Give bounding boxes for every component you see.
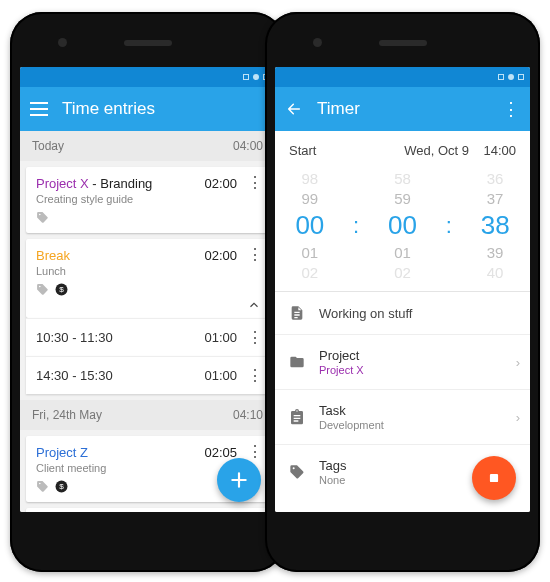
billable-icon: $ xyxy=(55,480,68,493)
menu-icon[interactable] xyxy=(30,102,48,116)
description-icon xyxy=(289,305,305,321)
screen-title: Time entries xyxy=(62,99,155,119)
sub-entry[interactable]: 10:30 - 11:30 01:00 ⋮ xyxy=(26,318,269,356)
picker-hours[interactable]: 98 99 00 01 02 xyxy=(295,170,324,281)
app-bar: Time entries xyxy=(20,87,275,131)
timer-content: Start Wed, Oct 9 14:00 98 99 00 01 02 : … xyxy=(275,131,530,512)
add-entry-fab[interactable] xyxy=(217,458,261,502)
start-label: Start xyxy=(289,143,316,158)
task-value: Development xyxy=(319,419,384,431)
entry-project: Project X xyxy=(36,176,89,191)
tag-icon xyxy=(36,283,49,296)
screen-time-entries: Time entries Today 04:00 Project X - Bra… xyxy=(20,67,275,512)
status-bar xyxy=(275,67,530,87)
entry-overflow-icon[interactable]: ⋮ xyxy=(247,366,263,385)
tag-icon xyxy=(289,464,305,480)
entry-subtitle: Creating style guide xyxy=(36,193,259,205)
start-time: 14:00 xyxy=(483,143,516,158)
sub-entry-range: 10:30 - 11:30 xyxy=(36,330,113,345)
tag-icon xyxy=(36,480,49,493)
entry-overflow-icon[interactable]: ⋮ xyxy=(247,328,263,347)
duration-picker[interactable]: 98 99 00 01 02 : 58 59 00 01 02 : 36 3 xyxy=(275,166,530,292)
tag-icon xyxy=(36,211,49,224)
task-label: Task xyxy=(319,403,384,418)
clipboard-icon xyxy=(289,409,305,425)
billable-icon: $ xyxy=(55,283,68,296)
entry-desc-suffix: - Branding xyxy=(89,176,153,191)
folder-icon xyxy=(289,354,305,370)
svg-rect-4 xyxy=(490,474,498,482)
section-label: Fri, 24th May xyxy=(32,408,102,422)
description-row[interactable]: Working on stuff xyxy=(275,292,530,335)
chevron-right-icon: › xyxy=(516,355,520,370)
status-bar xyxy=(20,67,275,87)
project-value: Project X xyxy=(319,364,364,376)
picker-seconds[interactable]: 36 37 38 39 40 xyxy=(481,170,510,281)
app-bar: Timer ⋮ xyxy=(275,87,530,131)
entries-list: Today 04:00 Project X - Branding 02:00 C… xyxy=(20,131,275,512)
entry-card[interactable]: Project X - Branding 02:00 Creating styl… xyxy=(26,167,269,233)
section-total: 04:10 xyxy=(233,408,263,422)
description-text: Working on stuff xyxy=(319,306,412,321)
entry-overflow-icon[interactable]: ⋮ xyxy=(247,444,263,460)
task-row[interactable]: Task Development › xyxy=(275,390,530,445)
entry-project: Break xyxy=(36,248,70,263)
tags-value: None xyxy=(319,474,346,486)
phone-frame-left: Time entries Today 04:00 Project X - Bra… xyxy=(10,12,285,572)
back-icon[interactable] xyxy=(285,101,303,117)
section-header: Today 04:00 xyxy=(20,131,275,161)
collapse-icon[interactable] xyxy=(247,298,261,312)
screen-timer: Timer ⋮ Start Wed, Oct 9 14:00 98 99 00 … xyxy=(275,67,530,512)
entry-overflow-icon[interactable]: ⋮ xyxy=(247,175,263,191)
entry-overflow-icon[interactable]: ⋮ xyxy=(247,247,263,263)
entry-card[interactable]: Break 02:00 Lunch $ ⋮ xyxy=(26,239,269,318)
section-header: Fri, 24th May 04:10 xyxy=(20,400,275,430)
svg-text:$: $ xyxy=(59,482,64,491)
tags-label: Tags xyxy=(319,458,346,473)
entry-project: Project Z xyxy=(36,445,88,460)
stop-timer-fab[interactable] xyxy=(472,456,516,500)
picker-separator: : xyxy=(446,213,452,239)
project-row[interactable]: Project Project X › xyxy=(275,335,530,390)
section-total: 04:00 xyxy=(233,139,263,153)
chevron-right-icon: › xyxy=(516,410,520,425)
start-row[interactable]: Start Wed, Oct 9 14:00 xyxy=(275,131,530,166)
section-label: Today xyxy=(32,139,64,153)
sub-entry-range: 14:30 - 15:30 xyxy=(36,368,113,383)
svg-text:$: $ xyxy=(59,285,64,294)
project-label: Project xyxy=(319,348,364,363)
overflow-icon[interactable]: ⋮ xyxy=(502,98,520,120)
sub-entry[interactable]: 14:30 - 15:30 01:00 ⋮ xyxy=(26,356,269,394)
phone-frame-right: Timer ⋮ Start Wed, Oct 9 14:00 98 99 00 … xyxy=(265,12,540,572)
entry-subtitle: Lunch xyxy=(36,265,259,277)
picker-separator: : xyxy=(353,213,359,239)
start-date: Wed, Oct 9 xyxy=(404,143,469,158)
entry-card[interactable]: Super app 01:05 Fixing bug #2321 xyxy=(26,508,269,512)
screen-title: Timer xyxy=(317,99,360,119)
picker-minutes[interactable]: 58 59 00 01 02 xyxy=(388,170,417,281)
